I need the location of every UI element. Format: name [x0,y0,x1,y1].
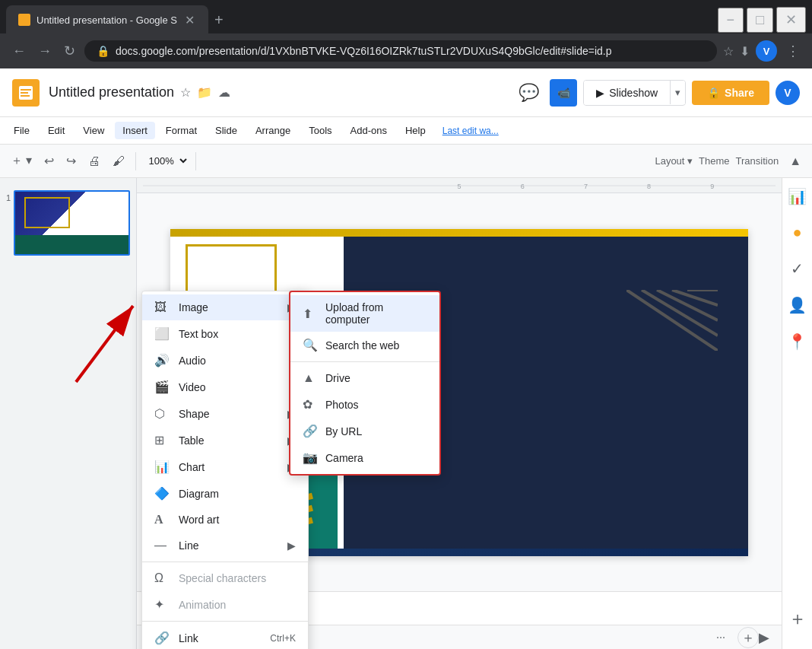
slide-top-border [170,229,748,237]
layout-button[interactable]: Layout ▾ [655,155,693,167]
tab-favicon [18,14,30,26]
menu-option-shape[interactable]: ⬡ Shape ▶ [142,400,308,427]
menu-option-diagram[interactable]: 🔷 Diagram [142,480,308,507]
add-to-presentation-button[interactable]: ＋ [737,627,759,648]
slideshow-button-group: ▶ Slideshow ▾ [583,80,686,106]
slides-logo [12,79,40,107]
sidebar-sheets-icon[interactable]: 📊 [785,184,810,208]
video-menu-label: Video [179,381,296,393]
next-slide-button[interactable]: ▶ [759,629,769,646]
table-menu-label: Table [179,434,287,447]
menu-tools[interactable]: Tools [301,122,339,139]
browser-more-button[interactable]: ⋮ [783,43,803,59]
close-button[interactable]: ✕ [776,7,806,33]
share-button[interactable]: 🔒 Share [692,81,769,105]
sidebar-orange-icon[interactable]: ● [789,221,804,244]
svg-text:8: 8 [647,183,651,190]
link-menu-label: Link [179,632,270,644]
meet-button[interactable]: 📹 [550,79,577,107]
toolbar-add-button[interactable]: ＋ ▾ [6,150,36,172]
new-tab-button[interactable]: + [208,8,230,32]
photos-icon: ✿ [303,397,316,412]
cloud-icon[interactable]: ☁ [218,85,230,100]
menu-addons[interactable]: Add-ons [343,122,395,139]
bookmark-icon[interactable]: ☆ [723,44,734,59]
camera-label: Camera [325,452,363,464]
star-icon[interactable]: ☆ [180,85,191,100]
menu-view[interactable]: View [75,122,112,139]
paint-format-button[interactable]: 🖌 [108,151,129,171]
menu-option-wordart[interactable]: A Word art [142,507,308,533]
comment-button[interactable]: 💬 [514,78,544,107]
slideshow-dropdown-button[interactable]: ▾ [670,81,685,104]
slideshow-main-button[interactable]: ▶ Slideshow [584,81,670,105]
document-title[interactable]: Untitled presentation [49,84,174,100]
download-icon[interactable]: ⬇ [740,44,750,59]
slide-thumbnail[interactable] [14,190,130,256]
submenu-photos[interactable]: ✿ Photos [290,391,439,418]
minimize-button[interactable]: − [718,8,744,33]
sidebar-check-icon[interactable]: ✓ [788,256,807,281]
menu-option-textbox[interactable]: ⬜ Text box [142,320,308,347]
menu-option-image[interactable]: 🖼 Image ▶ [142,294,308,320]
menu-option-chart[interactable]: 📊 Chart ▶ [142,453,308,480]
menu-arrange[interactable]: Arrange [248,122,298,139]
submenu-upload[interactable]: ⬆ Upload from computer [290,295,439,332]
textbox-menu-label: Text box [179,328,296,340]
redo-button[interactable]: ↪ [62,151,81,171]
forward-button[interactable]: → [35,40,55,62]
menu-option-table[interactable]: ⊞ Table ▶ [142,427,308,453]
zoom-select[interactable]: 100% [142,153,189,169]
image-menu-icon: 🖼 [154,301,170,314]
user-avatar[interactable]: V [776,81,800,105]
back-button[interactable]: ← [9,40,29,62]
menu-help[interactable]: Help [398,122,433,139]
menu-option-video[interactable]: 🎬 Video [142,374,308,400]
svg-rect-1 [21,89,31,91]
url-label: By URL [325,425,362,437]
share-label: Share [725,87,754,99]
submenu-by-url[interactable]: 🔗 By URL [290,418,439,444]
submenu-drive[interactable]: ▲ Drive [290,365,439,391]
menu-insert[interactable]: Insert [115,122,155,139]
menu-option-audio[interactable]: 🔊 Audio [142,347,308,374]
profile-avatar[interactable]: V [756,40,777,62]
menu-file[interactable]: File [6,122,37,139]
link-menu-icon: 🔗 [154,631,170,645]
menu-option-link[interactable]: 🔗 Link Ctrl+K [142,625,308,649]
svg-text:6: 6 [521,183,525,190]
address-bar[interactable]: 🔒 docs.google.com/presentation/d/1VXbnBT… [84,40,717,62]
menu-option-line[interactable]: — Line ▶ [142,533,308,558]
wordart-menu-icon: A [154,513,170,527]
submenu-search-web[interactable]: 🔍 Search the web [290,332,439,358]
submenu-camera[interactable]: 📷 Camera [290,444,439,471]
menu-slide[interactable]: Slide [208,122,245,139]
print-button[interactable]: 🖨 [84,151,105,171]
theme-button[interactable]: Theme [699,155,729,167]
image-menu-label: Image [179,301,287,313]
chart-menu-label: Chart [179,461,287,473]
menu-edit[interactable]: Edit [40,122,72,139]
expand-notes-icon[interactable]: ⋯ [716,632,725,643]
tab-close-button[interactable]: ✕ [183,11,196,29]
undo-button[interactable]: ↩ [40,151,59,171]
line-arrow-icon: ▶ [287,539,296,552]
transition-button[interactable]: Transition [736,155,779,167]
menu-format[interactable]: Format [158,122,205,139]
last-edit[interactable]: Last edit wa... [442,126,499,136]
url-text: docs.google.com/presentation/d/1VXbnBTVK… [116,45,612,57]
sidebar-add-button[interactable]: ＋ [788,606,807,631]
slide-panel-header [6,184,130,190]
sidebar-person-icon[interactable]: 👤 [785,293,810,317]
collapse-button[interactable]: ▲ [785,151,806,171]
maximize-button[interactable]: □ [747,8,773,33]
search-web-icon: 🔍 [303,338,316,352]
diagram-menu-label: Diagram [179,488,296,500]
audio-menu-label: Audio [179,355,296,367]
image-submenu: ⬆ Upload from computer 🔍 Search the web … [289,291,441,476]
sidebar-maps-icon[interactable]: 📍 [785,329,810,354]
video-menu-icon: 🎬 [154,380,170,394]
folder-icon[interactable]: 📁 [197,85,212,100]
browser-tab[interactable]: Untitled presentation - Google S ✕ [6,5,208,35]
refresh-button[interactable]: ↻ [61,40,78,62]
